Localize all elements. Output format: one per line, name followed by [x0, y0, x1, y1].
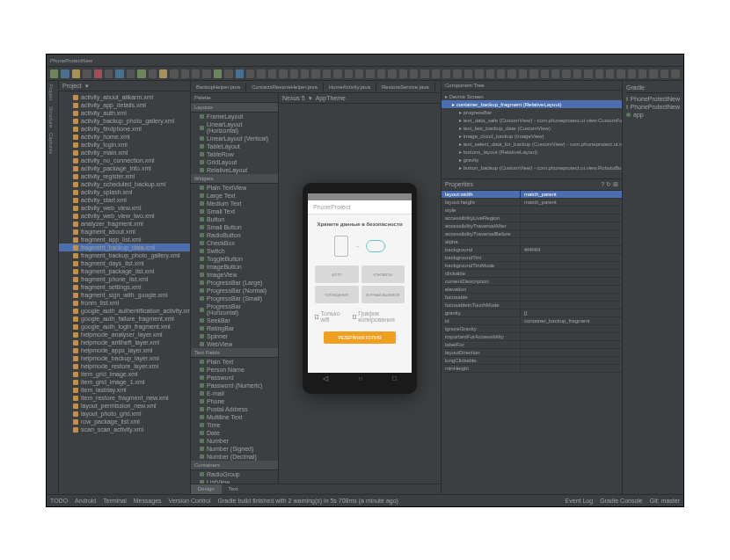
property-row[interactable]: layout:heightmatch_parent [442, 199, 622, 207]
component-item[interactable]: ▸ image_cloud_backup (ImageView) [442, 132, 622, 140]
toolbar-icon[interactable] [464, 69, 472, 78]
component-item[interactable]: ▸ text_select_data_for_backup (CustomVie… [442, 140, 622, 148]
property-row[interactable]: backgroundTintMode [442, 262, 622, 270]
file-item[interactable]: google_auth_authentification_activity.xm… [59, 307, 190, 315]
toolbar-icon[interactable] [268, 69, 276, 78]
file-item[interactable]: analyzer_fragment.xml [59, 220, 190, 228]
palette-section[interactable]: Containers [191, 461, 278, 470]
file-item[interactable]: activity_register.xml [59, 172, 190, 180]
component-item[interactable]: ▸ gravity [442, 156, 622, 164]
status-right-item[interactable]: Gradle Console [600, 498, 643, 504]
data-tile[interactable]: ФОТО [315, 265, 359, 283]
toolbar-icon[interactable] [551, 69, 559, 78]
toolbar-icon[interactable] [453, 69, 461, 78]
file-item[interactable]: activity_web_view.xml [59, 204, 190, 212]
palette-item[interactable]: Person Name [191, 366, 278, 374]
palette-section[interactable]: Widgets [191, 174, 278, 184]
design-tab[interactable]: Design [191, 484, 222, 494]
backup-button[interactable]: РЕЗЕРВНАЯ КОПИЯ [324, 331, 396, 344]
toolbar-icon[interactable] [159, 69, 167, 78]
palette-item[interactable]: Small Text [191, 207, 278, 215]
status-tool-button[interactable]: Android [75, 498, 96, 504]
file-item[interactable]: fragment_sign_with_google.xml [59, 291, 190, 299]
toolbar-icon[interactable] [507, 69, 515, 78]
property-row[interactable]: labelFor [442, 341, 622, 349]
file-item[interactable]: helpmode_analyser_layer.xml [59, 331, 190, 338]
project-tree[interactable]: activity_about_alikarm.xmlactivity_app_d… [59, 91, 190, 494]
option-checkbox[interactable]: Только wifi [315, 310, 344, 323]
file-item[interactable]: layout_permission_new.xml [59, 402, 190, 410]
status-right-item[interactable]: Event Log [566, 498, 594, 504]
editor-tab[interactable]: HomeActivity.java [324, 83, 376, 91]
toolbar-icon[interactable] [541, 69, 549, 78]
toolbar-icon[interactable] [377, 69, 385, 78]
property-row[interactable]: idcontainer_backup_fragment [442, 317, 622, 325]
toolbar-icon[interactable] [137, 69, 145, 78]
component-item[interactable]: ▸ Device Screen [442, 92, 622, 100]
palette-item[interactable]: RadioGroup [191, 470, 278, 478]
toolbar-icon[interactable] [519, 69, 527, 78]
palette-item[interactable]: TableRow [191, 150, 278, 158]
palette-item[interactable]: Date [191, 429, 278, 437]
file-item[interactable]: google_auth_login_fragment.xml [59, 323, 190, 331]
palette-item[interactable]: RatingBar [191, 324, 278, 332]
toolbar-icon[interactable] [628, 69, 636, 78]
toolbar-icon[interactable] [127, 69, 135, 78]
palette-item[interactable]: RelativeLayout [191, 166, 278, 174]
toolbar-icon[interactable] [366, 69, 374, 78]
palette-item[interactable]: Number (Decimal) [191, 453, 278, 461]
palette-section[interactable]: Layouts [191, 103, 278, 113]
palette-item[interactable]: ImageButton [191, 263, 278, 271]
palette-item[interactable]: LinearLayout (Horizontal) [191, 120, 278, 135]
toolbar-icon[interactable] [236, 69, 244, 78]
file-item[interactable]: fragment_about.xml [59, 228, 190, 236]
data-tile[interactable]: КОНТАКТЫ [361, 265, 405, 283]
toolbar-icon[interactable] [257, 69, 265, 78]
file-item[interactable]: layout_photo_grid.xml [59, 410, 190, 418]
gradle-task[interactable]: PhoneProtectNew [626, 103, 680, 111]
file-item[interactable]: activity_auth.xml [59, 109, 190, 117]
structure-tool-button[interactable]: Structure [48, 106, 56, 127]
property-row[interactable]: style [442, 207, 622, 215]
file-item[interactable]: activity_findphone.xml [59, 125, 190, 133]
palette-item[interactable]: ProgressBar (Horizontal) [191, 302, 278, 316]
palette-item[interactable]: Number (Signed) [191, 445, 278, 453]
gradle-task[interactable]: PhoneProtectNew [626, 95, 680, 103]
toolbar-icon[interactable] [115, 69, 123, 78]
data-tile[interactable]: СООБЩЕНИЯ [315, 286, 359, 303]
property-row[interactable]: minHeight [442, 365, 622, 373]
toolbar-icon[interactable] [192, 69, 200, 78]
toolbar-icon[interactable] [61, 69, 69, 78]
toolbar-icon[interactable] [420, 69, 428, 78]
toolbar-icon[interactable] [224, 69, 232, 78]
design-tab[interactable]: Text [222, 484, 245, 494]
toolbar-icon[interactable] [279, 69, 287, 78]
component-item[interactable]: ▸ progressBar [442, 108, 622, 116]
palette-item[interactable]: Button [191, 215, 278, 223]
palette-item[interactable]: SeekBar [191, 316, 278, 324]
property-row[interactable]: clickable [442, 270, 622, 278]
file-item[interactable]: activity_no_connection.xml [59, 156, 190, 164]
file-item[interactable]: scan_scan_activity.xml [59, 425, 190, 433]
layout-preview[interactable]: Nexus 5 ▾ AppTheme PhoneProtect Храните … [279, 93, 441, 484]
palette-item[interactable]: Number [191, 437, 278, 445]
file-item[interactable]: item_grid_image.xml [59, 370, 190, 378]
toolbar-icon[interactable] [432, 69, 440, 78]
palette-item[interactable]: RadioButton [191, 231, 278, 239]
toolbar-icon[interactable] [606, 69, 614, 78]
palette-item[interactable]: Phone [191, 397, 278, 405]
toolbar-icon[interactable] [671, 69, 679, 78]
component-tree[interactable]: ▸ Device Screen▸ container_backup_fragme… [442, 91, 622, 178]
file-item[interactable]: activity_package_info.xml [59, 164, 190, 172]
property-row[interactable]: layout:widthmatch_parent [442, 191, 622, 199]
toolbar-icon[interactable] [410, 69, 418, 78]
project-header[interactable]: Project ▾ [59, 81, 190, 91]
toolbar-icon[interactable] [584, 69, 592, 78]
toolbar-icon[interactable] [181, 69, 189, 78]
file-item[interactable]: item_lastday.xml [59, 386, 190, 394]
file-item[interactable]: activity_web_view_two.xml [59, 212, 190, 220]
toolbar-icon[interactable] [149, 69, 157, 78]
toolbar-icon[interactable] [486, 69, 494, 78]
file-item[interactable]: fragment_backup_photo_gallery.xml [59, 251, 190, 259]
status-tool-button[interactable]: Version Control [169, 498, 211, 504]
